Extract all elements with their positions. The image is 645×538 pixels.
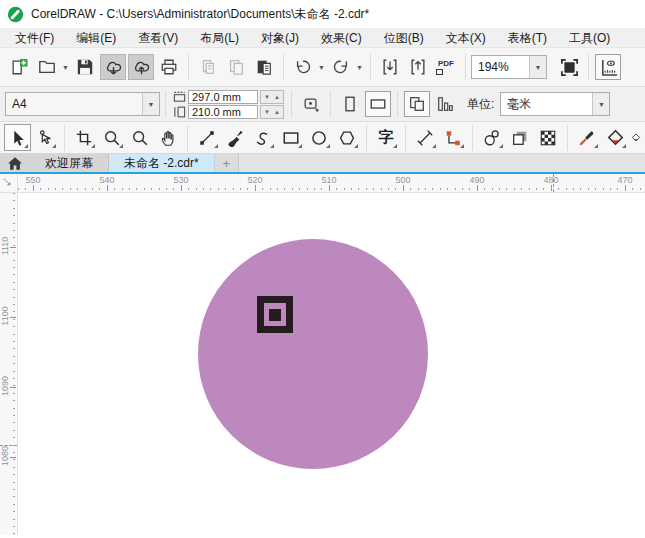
zoom-dropdown-arrow[interactable]: ▼	[529, 56, 546, 78]
page-width-spinner[interactable]: ▼▲	[260, 90, 284, 104]
copy-button[interactable]	[223, 54, 249, 80]
auto-fit-page-button[interactable]	[298, 91, 324, 117]
menu-edit[interactable]: 编辑(E)	[65, 28, 127, 48]
ellipse-tool[interactable]	[306, 124, 333, 151]
toolbox: 字	[0, 122, 645, 154]
zoom-level-value: 194%	[472, 56, 529, 78]
fill-diamond-icon	[631, 128, 641, 147]
all-pages-button[interactable]	[404, 91, 430, 117]
crop-tool[interactable]	[71, 124, 98, 151]
menu-object[interactable]: 对象(J)	[250, 28, 310, 48]
hruler-label: 490	[469, 175, 484, 185]
open-button[interactable]	[34, 54, 60, 80]
home-tab-button[interactable]	[0, 154, 30, 172]
transparency-tool[interactable]	[535, 124, 562, 151]
window-title: CorelDRAW - C:\Users\Administrator\Docum…	[31, 6, 369, 23]
framed-square-symbol[interactable]	[257, 296, 293, 333]
text-tool-icon: 字	[379, 128, 394, 147]
menu-view[interactable]: 查看(V)	[127, 28, 189, 48]
open-dropdown-arrow[interactable]: ▼	[61, 64, 70, 71]
propbar-separator	[330, 91, 331, 117]
color-eyedropper-tool[interactable]	[574, 124, 601, 151]
toolbar-separator	[370, 54, 371, 80]
vertical-ruler[interactable]: 1110 1100 1090 1080	[0, 193, 18, 535]
pan-tool[interactable]	[155, 124, 182, 151]
menu-layout[interactable]: 布局(L)	[189, 28, 250, 48]
brush-icon	[226, 129, 244, 147]
polygon-tool[interactable]	[334, 124, 361, 151]
horizontal-ruler[interactable]: 550 540 530 520 510 500 490 480 470	[18, 174, 645, 193]
ruler-origin-corner[interactable]	[0, 174, 18, 193]
blend-tool[interactable]	[479, 124, 506, 151]
hruler-label: 530	[173, 175, 188, 185]
show-rulers-button[interactable]	[595, 54, 621, 80]
artistic-media-tool[interactable]	[222, 124, 249, 151]
propbar-separator	[165, 91, 166, 117]
app-icon[interactable]	[7, 6, 24, 23]
dimension-tool[interactable]	[412, 124, 439, 151]
import-button[interactable]	[377, 54, 403, 80]
menu-table[interactable]: 表格(T)	[497, 28, 558, 48]
menu-tools[interactable]: 工具(O)	[558, 28, 621, 48]
print-button[interactable]	[156, 54, 182, 80]
freehand-tool[interactable]	[194, 124, 221, 151]
rectangle-tool[interactable]	[278, 124, 305, 151]
cloud-upload-button[interactable]	[128, 54, 154, 80]
save-button[interactable]	[72, 54, 98, 80]
title-bar: CorelDRAW - C:\Users\Administrator\Docum…	[0, 0, 645, 28]
cloud-download-icon	[104, 58, 123, 77]
page-size-dropdown-arrow[interactable]: ▼	[142, 93, 159, 115]
landscape-orientation-button[interactable]	[365, 91, 391, 117]
menu-text[interactable]: 文本(X)	[435, 28, 497, 48]
units-combobox[interactable]: 毫米 ▼	[500, 92, 610, 116]
page-width-icon	[173, 91, 186, 103]
cut-icon	[199, 58, 217, 76]
new-tab-button[interactable]: +	[215, 154, 239, 172]
menu-bitmaps[interactable]: 位图(B)	[373, 28, 435, 48]
full-screen-preview-icon	[560, 58, 579, 77]
tab-welcome-screen[interactable]: 欢迎屏幕	[30, 154, 109, 172]
cut-button[interactable]	[195, 54, 221, 80]
circle-shape[interactable]	[198, 239, 428, 469]
units-value: 毫米	[501, 93, 592, 115]
drawing-canvas[interactable]	[18, 193, 645, 535]
pick-tool[interactable]	[4, 124, 31, 151]
portrait-orientation-button[interactable]	[337, 91, 363, 117]
shape-tool[interactable]	[32, 124, 59, 151]
home-icon	[8, 157, 22, 170]
toolbox-separator	[64, 125, 65, 151]
drop-shadow-icon	[511, 129, 529, 147]
undo-button[interactable]	[290, 54, 316, 80]
page-size-combobox[interactable]: A4 ▼	[5, 92, 160, 116]
toolbar-separator	[188, 54, 189, 80]
undo-dropdown-arrow[interactable]: ▼	[317, 64, 326, 71]
page-height-spinner[interactable]: ▼▲	[260, 105, 284, 119]
ellipse-icon	[310, 129, 328, 147]
new-document-button[interactable]	[6, 54, 32, 80]
menu-effects[interactable]: 效果(C)	[310, 28, 373, 48]
drop-shadow-tool[interactable]	[507, 124, 534, 151]
page-height-field[interactable]: 210.0 mm	[188, 105, 258, 119]
magnifier-icon	[103, 129, 121, 147]
units-dropdown-arrow[interactable]: ▼	[592, 93, 609, 115]
page-width-field[interactable]: 297.0 mm	[188, 90, 258, 104]
redo-button[interactable]	[328, 54, 354, 80]
zoom-tool[interactable]	[99, 124, 126, 151]
interactive-fill-tool[interactable]	[602, 124, 629, 151]
curve-tool[interactable]	[250, 124, 277, 151]
tab-document[interactable]: 未命名 -2.cdr*	[109, 154, 215, 172]
zoom-level-combobox[interactable]: 194% ▼	[471, 55, 547, 79]
redo-dropdown-arrow[interactable]: ▼	[355, 64, 364, 71]
full-screen-preview-button[interactable]	[556, 54, 582, 80]
menu-file[interactable]: 文件(F)	[4, 28, 65, 48]
zoom-out-tool[interactable]	[127, 124, 154, 151]
smart-fill-tool[interactable]	[630, 124, 642, 151]
rectangle-icon	[282, 129, 300, 147]
text-tool[interactable]: 字	[373, 124, 400, 151]
connector-tool[interactable]	[440, 124, 467, 151]
paste-button[interactable]	[251, 54, 277, 80]
cloud-download-button[interactable]	[100, 54, 126, 80]
publish-to-pdf-button[interactable]: PDF	[433, 54, 459, 80]
current-page-button[interactable]	[432, 91, 458, 117]
export-button[interactable]	[405, 54, 431, 80]
